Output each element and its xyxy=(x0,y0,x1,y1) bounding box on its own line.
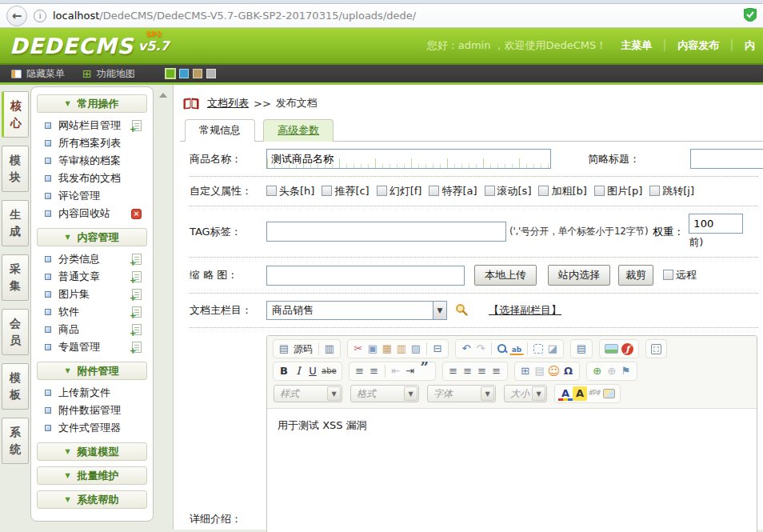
remote-checkbox[interactable]: 远程 xyxy=(663,268,697,282)
redo-icon[interactable]: ↷ xyxy=(473,342,488,356)
attribute-checkbox-加粗[b][interactable]: 加粗[b] xyxy=(538,185,586,197)
div-layout-icon[interactable]: ▤ xyxy=(533,364,547,378)
scroll-up-icon[interactable] xyxy=(159,93,167,98)
italic-button[interactable]: I xyxy=(291,364,306,378)
section-header-常用操作[interactable]: ▼常用操作 xyxy=(37,94,147,113)
sidebar-item-等审核的档案[interactable]: 等审核的档案 xyxy=(31,152,153,170)
image-icon[interactable] xyxy=(605,344,618,354)
crop-button[interactable]: 裁剪 xyxy=(618,265,653,286)
paste-icon[interactable]: ▦ xyxy=(380,342,394,356)
title-input[interactable] xyxy=(266,149,551,169)
section-header-内容管理[interactable]: ▼内容管理 xyxy=(37,228,147,246)
attribute-checkbox-图片[p][interactable]: 图片[p] xyxy=(594,185,642,197)
sidebar-item-商品[interactable]: 商品 xyxy=(31,321,153,338)
remove-format-icon[interactable]: ◪ xyxy=(545,342,560,356)
copy-icon[interactable]: ▣ xyxy=(366,342,380,356)
smiley-icon[interactable]: ☺ xyxy=(547,364,561,378)
sidebar-item-专题管理[interactable]: 专题管理 xyxy=(31,338,153,356)
vtab-核心[interactable]: 核心 xyxy=(2,91,29,138)
short-title-input[interactable] xyxy=(690,149,763,169)
sidebar-item-评论管理[interactable]: 评论管理 xyxy=(31,187,153,205)
menu-clipped[interactable]: 内 xyxy=(745,39,755,51)
sidebar-item-附件数据管理[interactable]: 附件数据管理 xyxy=(31,402,153,419)
text-color-button[interactable]: A xyxy=(558,386,573,401)
flash-icon[interactable]: ƒ xyxy=(621,343,633,355)
strike-button[interactable]: abe xyxy=(320,364,338,378)
attribute-checkbox-推荐[c][interactable]: 推荐[c] xyxy=(322,185,369,197)
source-doc-icon[interactable]: ▤ xyxy=(277,342,291,356)
sidebar-item-我发布的文档[interactable]: 我发布的文档 xyxy=(31,170,153,187)
replace-icon[interactable]: ab xyxy=(509,344,524,355)
vtab-采集[interactable]: 采集 xyxy=(2,254,29,301)
align-center-icon[interactable]: ≡ xyxy=(461,364,475,378)
site-select-button[interactable]: 站内选择 xyxy=(548,265,610,286)
search-category-button[interactable] xyxy=(455,303,468,318)
dede-pagination-icon[interactable]: #P# xyxy=(587,386,601,401)
maximize-icon[interactable] xyxy=(651,344,661,354)
info-icon[interactable]: i xyxy=(34,10,46,22)
flag-icon[interactable]: ⚑ xyxy=(619,364,633,378)
weight-input[interactable] xyxy=(689,214,743,234)
theme-swatch-tan[interactable] xyxy=(193,69,202,78)
sidebar-item-软件[interactable]: 软件 xyxy=(31,303,153,321)
indent-icon[interactable]: ⇥ xyxy=(403,364,417,378)
media-icon[interactable] xyxy=(603,389,615,398)
section-header-附件管理[interactable]: ▼附件管理 xyxy=(37,362,147,380)
attribute-checkbox-头条[h][interactable]: 头条[h] xyxy=(266,185,314,197)
tab-advanced-params[interactable]: 高级参数 xyxy=(263,119,334,142)
cut-icon[interactable]: ✂ xyxy=(351,342,366,356)
align-right-icon[interactable]: ≡ xyxy=(475,364,489,378)
attribute-checkbox-幻灯[f][interactable]: 幻灯[f] xyxy=(377,185,422,197)
font-dropdown[interactable]: 字体▼ xyxy=(427,385,496,402)
theme-swatch-green[interactable] xyxy=(166,69,175,78)
source-button[interactable]: 源码 xyxy=(291,342,315,356)
theme-swatch-blue[interactable] xyxy=(179,69,189,78)
paste-text-icon[interactable]: ▥ xyxy=(394,342,409,356)
menu-main[interactable]: 主菜单 xyxy=(621,39,652,51)
undo-icon[interactable]: ↶ xyxy=(459,342,473,356)
sidebar-item-图片集[interactable]: 图片集 xyxy=(31,286,153,303)
tag-input[interactable] xyxy=(266,222,506,242)
sidebar-item-分类信息[interactable]: 分类信息 xyxy=(31,250,153,268)
vtab-模块[interactable]: 模块 xyxy=(2,146,29,192)
select-all-icon[interactable] xyxy=(533,344,543,354)
underline-button[interactable]: U xyxy=(306,364,320,378)
section-header-系统帮助[interactable]: ▼系统帮助 xyxy=(37,490,147,509)
function-map-button[interactable]: ⊞功能地图 xyxy=(82,67,135,81)
ordered-list-icon[interactable]: ≡ xyxy=(353,364,367,378)
vtab-会员[interactable]: 会员 xyxy=(2,309,29,355)
theme-swatch-gray[interactable] xyxy=(206,69,216,78)
vtab-生成[interactable]: 生成 xyxy=(2,200,29,246)
sidebar-scrollbar[interactable] xyxy=(154,85,173,99)
menu-content-publish[interactable]: 内容发布 xyxy=(677,39,719,51)
attribute-checkbox-滚动[s][interactable]: 滚动[s] xyxy=(485,185,532,197)
sidebar-item-普通文章[interactable]: 普通文章 xyxy=(31,268,153,286)
print-icon[interactable]: ⊟ xyxy=(430,342,445,356)
unordered-list-icon[interactable]: ≡ xyxy=(367,364,382,378)
category-select[interactable]: 商品销售 ▼ xyxy=(266,301,447,320)
sidebar-item-网站栏目管理[interactable]: 网站栏目管理 xyxy=(31,117,153,134)
section-header-批量维护[interactable]: ▼批量维护 xyxy=(37,466,147,485)
size-dropdown[interactable]: 大小▼ xyxy=(504,385,547,402)
thumbnail-input[interactable] xyxy=(266,266,465,286)
local-upload-button[interactable]: 本地上传 xyxy=(474,265,537,286)
tab-general-info[interactable]: 常规信息 xyxy=(185,119,255,142)
vtab-模板[interactable]: 模板 xyxy=(2,363,29,410)
attribute-checkbox-跳转[j][interactable]: 跳转[j] xyxy=(649,185,694,197)
sidebar-item-文件式管理器[interactable]: 文件式管理器 xyxy=(31,419,153,437)
sidebar-item-内容回收站[interactable]: 内容回收站× xyxy=(31,205,153,222)
special-char-icon[interactable]: Ω xyxy=(561,364,576,378)
hide-menu-button[interactable]: 隐藏菜单 xyxy=(11,67,65,81)
breadcrumb-link-document-list[interactable]: 文档列表 xyxy=(207,96,249,110)
align-left-icon[interactable]: ≡ xyxy=(446,364,461,378)
section-header-频道模型[interactable]: ▼频道模型 xyxy=(37,442,147,461)
unlink-icon[interactable]: ⊕ xyxy=(605,364,619,378)
security-shield-icon[interactable] xyxy=(744,8,757,24)
back-button[interactable]: ← xyxy=(6,6,27,26)
style-dropdown[interactable]: 样式▼ xyxy=(274,385,342,402)
document-icon[interactable]: ▥ xyxy=(322,342,337,356)
link-icon[interactable]: ⊕ xyxy=(590,364,605,378)
outdent-icon[interactable]: ⇤ xyxy=(389,364,403,378)
bold-button[interactable]: B xyxy=(277,364,291,378)
sidebar-item-上传新文件[interactable]: 上传新文件 xyxy=(31,384,153,402)
